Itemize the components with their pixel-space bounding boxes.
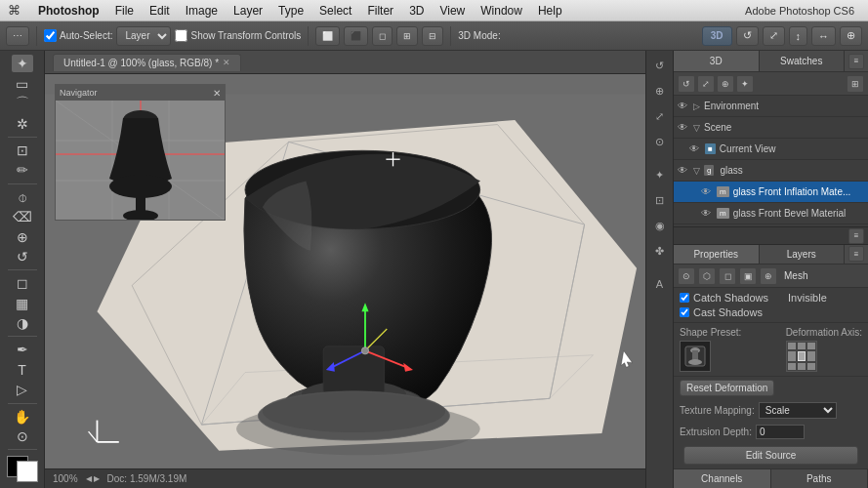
strip-btn-2[interactable]: ⊕ (649, 80, 671, 102)
deform-dot-7[interactable] (788, 363, 796, 370)
tab-channels[interactable]: Channels (674, 469, 771, 488)
strip-btn-4[interactable]: ⊙ (649, 131, 671, 152)
deform-dot-9[interactable] (807, 363, 815, 370)
tool-hand[interactable]: ✋ (12, 407, 33, 425)
3d-mode-button[interactable]: 3D (702, 26, 732, 46)
layer-glass-front-bevel[interactable]: 👁 m glass Front Bevel Material (674, 203, 868, 224)
deform-dot-4[interactable] (788, 351, 796, 360)
transform-btn-2[interactable]: ⬛ (344, 26, 368, 46)
eye-icon-gfi[interactable]: 👁 (701, 186, 713, 198)
deform-dot-3[interactable] (807, 343, 815, 349)
3d-icon-3[interactable]: ↕ (789, 26, 808, 46)
status-nav-right[interactable]: ▶ (94, 474, 100, 483)
strip-btn-7[interactable]: ◉ (649, 215, 671, 236)
tool-shape[interactable]: ▷ (12, 381, 33, 398)
menu-edit[interactable]: Edit (142, 0, 178, 20)
extrusion-depth-input[interactable] (756, 425, 805, 439)
3d-panel-settings[interactable]: ⊞ (847, 75, 864, 93)
menu-image[interactable]: Image (178, 0, 226, 20)
menu-layer[interactable]: Layer (226, 0, 270, 20)
tool-history[interactable]: ↺ (12, 248, 33, 265)
3d-icon-5[interactable]: ⊕ (840, 26, 862, 46)
transform-btn-3[interactable]: ◻ (372, 26, 393, 46)
background-color[interactable] (17, 461, 38, 482)
deform-dot-1[interactable] (788, 343, 796, 349)
layer-glass-obj[interactable]: 👁 ▽ g glass (674, 160, 868, 182)
props-icon-5[interactable]: ⊕ (760, 267, 777, 285)
tool-zoom[interactable]: ⊙ (12, 427, 33, 445)
layer-glass-front-inflation[interactable]: 👁 m glass Front Inflation Mate... (674, 182, 868, 203)
menu-help[interactable]: Help (530, 0, 570, 20)
tool-text[interactable]: T (12, 361, 33, 379)
eye-icon-scene[interactable]: 👁 (678, 122, 689, 134)
panel-menu-btn[interactable]: ≡ (848, 54, 864, 69)
tool-gradient[interactable]: ▦ (12, 295, 33, 312)
layer-current-view[interactable]: 👁 ■ Current View (674, 139, 868, 160)
menu-type[interactable]: Type (270, 0, 311, 20)
strip-btn-8[interactable]: ✤ (649, 240, 671, 262)
tab-3d[interactable]: 3D (674, 51, 760, 71)
canvas-tab[interactable]: Untitled-1 @ 100% (glass, RGB/8) * ✕ (53, 54, 241, 71)
props-icon-4[interactable]: ▣ (739, 267, 757, 285)
tool-lasso[interactable]: ⌒ (12, 95, 33, 112)
menu-3d[interactable]: 3D (401, 0, 432, 20)
reset-deformation-button[interactable]: Reset Deformation (680, 380, 774, 396)
tool-move[interactable]: ✦ (12, 55, 33, 72)
deform-dot-6[interactable] (807, 351, 815, 360)
3d-tool-2[interactable]: ⤢ (697, 75, 715, 93)
eye-icon-gfb[interactable]: 👁 (701, 208, 713, 220)
edit-source-button[interactable]: Edit Source (683, 446, 858, 465)
tool-spot-heal[interactable]: ⌽ (12, 187, 33, 205)
eye-icon-cv[interactable]: 👁 (689, 143, 701, 155)
tool-magic-wand[interactable]: ✲ (12, 114, 33, 132)
deform-dot-2[interactable] (798, 343, 806, 349)
cast-shadows-check[interactable] (680, 307, 689, 317)
transform-btn-5[interactable]: ⊟ (422, 26, 443, 46)
tool-crop[interactable]: ⊡ (12, 142, 33, 159)
transform-btn-1[interactable]: ⬜ (315, 26, 340, 46)
props-tab-layers[interactable]: Layers (760, 245, 846, 264)
props-icon-3[interactable]: ◻ (719, 267, 736, 285)
menu-window[interactable]: Window (473, 0, 530, 20)
3d-icon-1[interactable]: ↺ (736, 26, 759, 46)
strip-btn-6[interactable]: ⊡ (649, 189, 671, 211)
tool-select-rect[interactable]: ▭ (12, 74, 33, 92)
transform-check[interactable] (175, 29, 187, 42)
tab-close-button[interactable]: ✕ (223, 58, 230, 67)
layer-select[interactable]: Layer (116, 26, 171, 46)
3d-tool-1[interactable]: ↺ (678, 75, 695, 93)
3d-tool-4[interactable]: ✦ (736, 75, 754, 93)
strip-btn-5[interactable]: ✦ (649, 164, 671, 185)
tool-eraser[interactable]: ◻ (12, 274, 33, 292)
props-icon-1[interactable]: ⊙ (678, 267, 695, 285)
menu-view[interactable]: View (432, 0, 473, 20)
canvas-wrapper[interactable]: Navigator ✕ (45, 74, 645, 488)
shape-preview[interactable] (680, 341, 711, 372)
panel-icon-1[interactable]: ≡ (848, 228, 864, 244)
deform-dot-8[interactable] (798, 363, 806, 370)
transform-btn-4[interactable]: ⊞ (396, 26, 418, 46)
tab-paths[interactable]: Paths (771, 469, 869, 488)
auto-select-check[interactable] (44, 29, 57, 42)
strip-btn-9[interactable]: A (649, 273, 671, 295)
tool-pen[interactable]: ✒ (12, 341, 33, 358)
strip-btn-1[interactable]: ↺ (649, 55, 671, 76)
props-icon-2[interactable]: ⬡ (698, 267, 716, 285)
menu-filter[interactable]: Filter (359, 0, 401, 20)
options-button[interactable]: ⋯ (6, 26, 29, 46)
strip-btn-3[interactable]: ⤢ (649, 105, 671, 127)
layer-environment[interactable]: 👁 ▷ Environment (674, 96, 868, 117)
menu-file[interactable]: File (107, 0, 142, 20)
tool-clone[interactable]: ⊕ (12, 227, 33, 245)
3d-icon-2[interactable]: ⤢ (763, 26, 785, 46)
tool-brush[interactable]: ⌫ (12, 208, 33, 225)
status-nav-left[interactable]: ◀ (86, 474, 92, 483)
menu-select[interactable]: Select (311, 0, 359, 20)
tool-eyedropper[interactable]: ✏ (12, 161, 33, 179)
catch-shadows-check[interactable] (680, 293, 689, 303)
tool-dodge[interactable]: ◑ (12, 314, 33, 332)
deform-dot-5[interactable] (798, 351, 806, 360)
eye-icon-glass[interactable]: 👁 (678, 165, 689, 177)
texture-mapping-select[interactable]: Scale (759, 402, 837, 419)
thumbnail-close[interactable]: ✕ (213, 88, 221, 99)
